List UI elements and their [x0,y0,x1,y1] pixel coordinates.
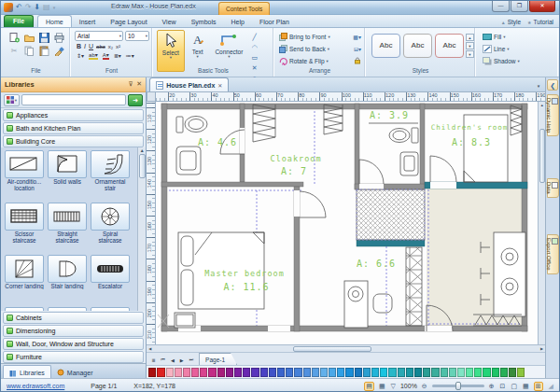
close-panel-icon[interactable]: ✕ [136,80,142,88]
palette-swatch[interactable] [277,368,285,377]
new-document-icon[interactable] [7,31,21,44]
tab-overflow-icon[interactable]: ▾ [535,83,543,91]
print-icon[interactable] [51,31,66,44]
last-page-icon[interactable]: ⏭ [187,355,197,365]
palette-swatch[interactable] [363,368,371,377]
library-section[interactable]: Wall, Door, Window and Structure [3,338,144,350]
palette-swatch[interactable] [457,368,465,377]
undo-icon[interactable]: ↶ [16,2,22,13]
subscript-button[interactable]: x₂ [108,44,113,49]
hatched-shaft[interactable] [357,189,425,240]
vertical-scrollbar[interactable]: ▲ [538,102,545,344]
strikethrough-button[interactable]: abc [96,44,105,49]
ribbon-tab[interactable]: Home [37,15,72,27]
fit-page-icon[interactable]: ▢ [510,383,518,390]
next-page-icon[interactable]: ▶ [177,356,187,365]
open-icon[interactable] [21,31,36,44]
room-label-children-area[interactable]: A: 8.3 [452,137,491,147]
ribbon-tab[interactable]: Insert [72,16,104,27]
palette-swatch[interactable] [414,368,422,377]
zoom-slider[interactable] [432,385,484,387]
room-label-bath2[interactable]: A: 3.9 [370,110,409,120]
palette-swatch[interactable] [388,368,396,377]
palette-swatch[interactable] [337,368,344,377]
styles-scroll-down[interactable]: ▾ [466,42,474,49]
shadow-button[interactable]: Shadow▾ [483,55,557,67]
lock-icon[interactable] [354,57,364,65]
shape-scissor-staircase[interactable]: Scissor staircase [3,202,46,254]
style-preview-1[interactable]: Abc [371,34,400,58]
ribbon-tab[interactable]: Floor Plan [252,16,297,27]
page-tab[interactable]: Page-1 [199,353,237,365]
rotate-flip-button[interactable]: Rotate & Flip▾ [279,55,364,67]
paste-icon[interactable] [36,44,51,57]
ribbon-tab[interactable]: View [155,16,184,27]
line-spacing-icon[interactable]: ⇕▾ [77,52,84,59]
palette-swatch[interactable] [500,368,508,377]
room-label-master[interactable]: Master bedroom [204,269,285,278]
library-section[interactable]: Cabinets [3,312,144,324]
scroll-right-icon[interactable]: ▶ [539,346,545,351]
bring-to-front-button[interactable]: Bring to Front▾ ▩▾ [279,31,364,43]
palette-swatch[interactable] [303,368,311,377]
library-section[interactable]: Bath and Kitchen Plan [3,122,144,134]
palette-swatch[interactable] [431,368,439,377]
palette-swatch[interactable] [483,368,490,377]
tab-export-office[interactable]: Export Office [547,234,559,274]
palette-swatch[interactable] [398,368,405,377]
first-page-icon[interactable]: ⏮ [158,355,168,365]
palette-swatch[interactable] [355,368,362,377]
tutorial-button[interactable]: Tutorial [534,19,553,25]
palette-swatch[interactable] [157,368,164,377]
close-button[interactable]: ✕ [529,1,555,12]
palette-swatch[interactable] [320,368,328,377]
shape-spiral-staircase[interactable]: Spiral staircase [89,202,132,254]
highlight-icon[interactable]: ab▾ [89,51,98,60]
shape-grid-scrollbar[interactable]: ▲ [137,147,146,311]
page-view-icon[interactable]: ▦ [378,383,386,390]
palette-swatch[interactable] [312,368,319,377]
shape-stair-landing[interactable]: Stair landing [46,254,89,306]
vertical-scrollbar-thumb[interactable] [539,129,545,183]
line-button[interactable]: Line▾ [483,43,557,55]
document-tab[interactable]: House Plan.edx ✕ [149,77,229,91]
dock-collapse-icon[interactable]: ❮ [547,79,558,91]
palette-swatch[interactable] [208,368,216,377]
shape-ornamental-stair[interactable]: Ornamental stair [89,149,132,202]
palette-swatch[interactable] [371,368,379,377]
send-to-back-button[interactable]: Send to Back▾ ⊟▾ [279,43,364,55]
room-label-children[interactable]: Children's room [431,123,509,132]
style-button[interactable]: Style [508,19,521,25]
palette-swatch[interactable] [251,368,259,377]
shape-partial[interactable] [89,306,132,311]
library-section[interactable]: Dimensioning [3,325,144,337]
edraw-logo-icon[interactable] [4,3,13,12]
palette-swatch[interactable] [423,368,430,377]
shape-solid-walls[interactable]: Solid walls [46,149,89,202]
redo-icon[interactable]: ↷ [25,2,32,13]
file-menu-button[interactable]: File [4,15,34,27]
horizontal-scrollbar[interactable]: ◀ ▶ [147,344,545,352]
room-label-cloakroom[interactable]: Cloakroom [271,154,322,163]
close-document-icon[interactable]: ✕ [217,82,222,89]
fit-selection-icon[interactable]: ⊡ [499,383,507,390]
shape-corner-landing[interactable]: Corner landing [3,254,46,306]
context-tools-tab[interactable]: Context Tools [218,2,270,15]
tab-manager[interactable]: Manager [51,365,99,378]
library-section[interactable]: Furniture [3,351,144,363]
room-label-study[interactable]: A: 6.6 [357,259,396,269]
palette-swatch[interactable] [474,368,482,377]
cut-icon[interactable]: ✂ [7,44,21,57]
palette-swatch[interactable] [226,368,233,377]
font-color-icon[interactable]: A▾ [103,51,109,60]
shape-partial[interactable] [46,306,89,311]
library-picker-button[interactable]: ▾ [4,94,20,106]
page-list-icon[interactable]: ≣ [148,356,158,365]
italic-button[interactable]: I [84,43,86,49]
ribbon-tab[interactable]: Help [223,16,251,27]
grid-icon[interactable]: ▦ [522,383,530,390]
floor-plan-canvas[interactable]: A: 4.6 Cloakroom A: 7 A: 3.9 Children's … [156,102,538,344]
list-icon[interactable]: ≔▾ [126,52,134,59]
palette-swatch[interactable] [345,368,353,377]
palette-swatch[interactable] [269,368,276,377]
